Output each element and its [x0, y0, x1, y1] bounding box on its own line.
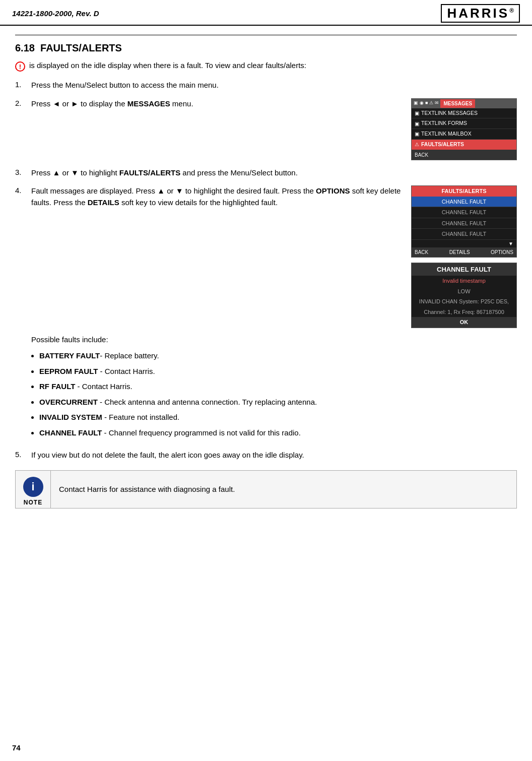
arrow-left-icon: ◄ — [53, 99, 60, 108]
screen1-row-4: ⚠ FAULTS/ALERTS — [412, 140, 516, 150]
step-2: 2. Press ◄ or ► to display the MESSAGES … — [15, 98, 517, 160]
step-3-content: Press ▲ or ▼ to highlight FAULTS/ALERTS … — [31, 167, 517, 179]
screen3-line1: LOW — [412, 286, 516, 297]
page-number: 74 — [12, 743, 21, 752]
screen1-icon-2: ▣ — [415, 120, 419, 128]
screen2-details: DETAILS — [449, 248, 470, 256]
screen1-text-4: FAULTS/ALERTS — [421, 141, 464, 149]
arrow-down-icon-4: ▼ — [176, 186, 183, 195]
device-screen-1: ▣◉■⚠✉ MESSAGES ▣ TEXTLINK MESSAGES ▣ TEX… — [411, 98, 517, 160]
step-4: 4. Fault messages are displayed. Press ▲… — [15, 185, 517, 442]
screen2-back: BACK — [415, 248, 428, 256]
screen1-back-btn: BACK — [415, 151, 428, 159]
screen1-row-1: ▣ TEXTLINK MESSAGES — [412, 108, 516, 119]
arrow-up-icon-4: ▲ — [157, 186, 165, 195]
screen2-scroll-arrow: ▼ — [412, 240, 516, 247]
step-2-num: 2. — [15, 98, 31, 107]
possible-faults-intro: Possible faults include: — [31, 335, 108, 344]
screen3-ok-btn: OK — [412, 317, 516, 328]
step-4-content: Fault messages are displayed. Press ▲ or… — [31, 185, 517, 442]
step-1-num: 1. — [15, 80, 31, 89]
screen2-row-3: CHANNEL FAULT — [412, 218, 516, 229]
screen2-row-4: CHANNEL FAULT — [412, 229, 516, 240]
screen2-row-2: CHANNEL FAULT — [412, 207, 516, 218]
step-2-content: Press ◄ or ► to display the MESSAGES men… — [31, 98, 517, 160]
step-1-content: Press the Menu/Select button to access t… — [31, 80, 517, 91]
note-icon-col: i NOTE — [16, 471, 51, 508]
step-5-num: 5. — [15, 450, 31, 459]
screen3-header: CHANNEL FAULT — [412, 263, 516, 276]
arrow-down-icon-3: ▼ — [71, 168, 79, 177]
messages-label: MESSAGES — [127, 99, 170, 108]
arrow-right-icon: ► — [71, 99, 79, 108]
fault-overcurrent: OVERCURRENT - Check antenna and antenna … — [39, 397, 517, 408]
device-screen-2: FAULTS/ALERTS CHANNEL FAULT CHANNEL FAUL… — [411, 185, 517, 258]
fault-battery: BATTERY FAULT- Replace battery. — [39, 350, 517, 362]
screen3-line2: INVALID CHAN System: P25C DES, — [412, 296, 516, 307]
screen3-subtext: Invalid timestamp — [412, 276, 516, 286]
note-icon-letter: i — [31, 480, 34, 493]
screen2-row-1: CHANNEL FAULT — [412, 197, 516, 208]
screen1-topbar-icons: ▣◉■⚠✉ — [414, 100, 439, 107]
device-screen-3: CHANNEL FAULT Invalid timestamp LOW INVA… — [411, 263, 517, 328]
steps-list: 1. Press the Menu/Select button to acces… — [15, 80, 517, 461]
fault-channel: CHANNEL FAULT - Channel frequency progra… — [39, 427, 517, 439]
intro-line: ! is displayed on the idle display when … — [15, 61, 517, 72]
options-label: OPTIONS — [316, 186, 350, 195]
screen-group-2: FAULTS/ALERTS CHANNEL FAULT CHANNEL FAUL… — [411, 185, 517, 328]
page-header: 14221-1800-2000, Rev. D HARRIS® — [0, 0, 532, 26]
step-4-num: 4. — [15, 185, 31, 195]
fault-rf: RF FAULT - Contact Harris. — [39, 381, 517, 393]
intro-text: is displayed on the idle display when th… — [29, 61, 306, 70]
screen1-tab: MESSAGES — [440, 99, 475, 108]
note-label: NOTE — [24, 499, 42, 506]
step-1: 1. Press the Menu/Select button to acces… — [15, 80, 517, 91]
details-label: DETAILS — [88, 198, 119, 207]
screen1-topbar: ▣◉■⚠✉ MESSAGES — [412, 99, 516, 108]
possible-faults-section: Possible faults include: BATTERY FAULT- … — [31, 334, 517, 439]
document-title: 14221-1800-2000, Rev. D — [12, 9, 99, 18]
screen2-header: FAULTS/ALERTS — [412, 186, 516, 197]
note-text: Contact Harris for assistance with diagn… — [51, 471, 243, 508]
warning-icon: ! — [15, 61, 25, 72]
step-3-num: 3. — [15, 167, 31, 176]
faults-list: BATTERY FAULT- Replace battery. EEPROM F… — [39, 350, 517, 438]
faults-alerts-label: FAULTS/ALERTS — [119, 168, 180, 177]
section-title: 6.18 FAULTS/ALERTS — [15, 42, 517, 54]
page-content: 6.18 FAULTS/ALERTS ! is displayed on the… — [0, 26, 532, 524]
screen1-text-2: TEXTLINK FORMS — [421, 119, 467, 128]
screen-group-1: ▣◉■⚠✉ MESSAGES ▣ TEXTLINK MESSAGES ▣ TEX… — [411, 98, 517, 160]
harris-logo: HARRIS® — [441, 4, 520, 23]
step-3: 3. Press ▲ or ▼ to highlight FAULTS/ALER… — [15, 167, 517, 179]
screen1-text-1: TEXTLINK MESSAGES — [421, 109, 478, 117]
arrow-up-icon-3: ▲ — [53, 168, 60, 177]
screen1-row-3: ▣ TEXTLINK MAILBOX — [412, 129, 516, 140]
screen1-icon-3: ▣ — [415, 130, 419, 138]
screen1-text-3: TEXTLINK MAILBOX — [421, 130, 472, 138]
step-5: 5. If you view but do not delete the fau… — [15, 450, 517, 461]
note-circle-icon: i — [23, 477, 43, 497]
screen1-bottom: BACK — [412, 150, 516, 160]
screen2-bottom: BACK DETAILS OPTIONS — [412, 247, 516, 257]
screen1-icon-1: ▣ — [415, 109, 419, 117]
fault-invalid-system: INVALID SYSTEM - Feature not installed. — [39, 412, 517, 423]
header-divider — [15, 35, 517, 35]
screen1-icon-4: ⚠ — [415, 141, 419, 148]
screen1-row-2: ▣ TEXTLINK FORMS — [412, 118, 516, 129]
step-5-content: If you view but do not delete the fault,… — [31, 450, 517, 461]
screen2-options: OPTIONS — [491, 248, 513, 256]
fault-eeprom: EEPROM FAULT - Contact Harris. — [39, 366, 517, 377]
screen3-line3: Channel: 1, Rx Freq: 867187500 — [412, 307, 516, 318]
note-box: i NOTE Contact Harris for assistance wit… — [15, 470, 517, 509]
